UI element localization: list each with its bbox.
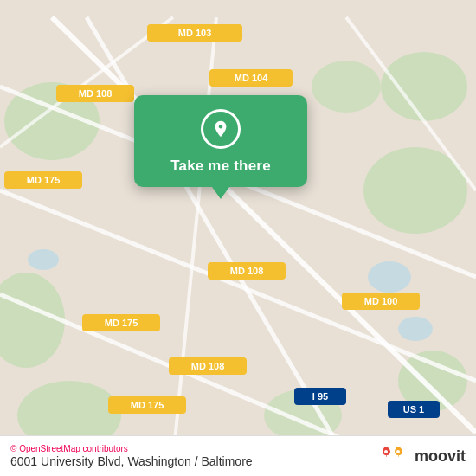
svg-text:MD 104: MD 104 (235, 73, 268, 83)
map-container: MD 103 MD 104 MD 108 MD 175 MD 108 MD 17… (0, 0, 476, 476)
location-pin-icon (211, 119, 230, 138)
svg-text:MD 108: MD 108 (230, 266, 264, 276)
svg-text:MD 103: MD 103 (178, 28, 212, 38)
osm-credit: © OpenStreetMap contributors (10, 444, 253, 453)
bottom-bar: © OpenStreetMap contributors 6001 Univer… (0, 435, 476, 476)
svg-point-9 (398, 317, 433, 341)
svg-point-10 (28, 249, 59, 270)
location-icon-wrapper (201, 109, 241, 149)
svg-point-1 (381, 52, 467, 121)
svg-text:MD 108: MD 108 (191, 361, 225, 371)
copyright-symbol: © (10, 444, 16, 453)
svg-text:US 1: US 1 (403, 404, 424, 415)
popup-card[interactable]: Take me there (134, 95, 307, 187)
map-svg: MD 103 MD 104 MD 108 MD 175 MD 108 MD 17… (0, 0, 476, 476)
svg-point-41 (384, 450, 388, 453)
svg-point-3 (0, 273, 65, 368)
svg-point-8 (368, 261, 411, 293)
moovit-logo: moovit (378, 443, 466, 469)
svg-point-6 (312, 61, 381, 113)
svg-text:MD 175: MD 175 (27, 175, 61, 185)
address-text: 6001 University Blvd, Washington / Balti… (10, 454, 253, 468)
moovit-text: moovit (415, 447, 466, 466)
moovit-logo-svg (378, 443, 411, 469)
svg-text:MD 175: MD 175 (131, 400, 164, 410)
osm-text: OpenStreetMap contributors (19, 444, 128, 453)
take-me-there-button[interactable]: Take me there (170, 158, 271, 175)
bottom-left: © OpenStreetMap contributors 6001 Univer… (10, 444, 253, 468)
svg-text:MD 100: MD 100 (364, 296, 398, 306)
svg-text:I 95: I 95 (312, 391, 328, 402)
svg-point-42 (396, 450, 400, 453)
svg-text:MD 108: MD 108 (79, 88, 113, 99)
svg-text:MD 175: MD 175 (105, 318, 138, 328)
